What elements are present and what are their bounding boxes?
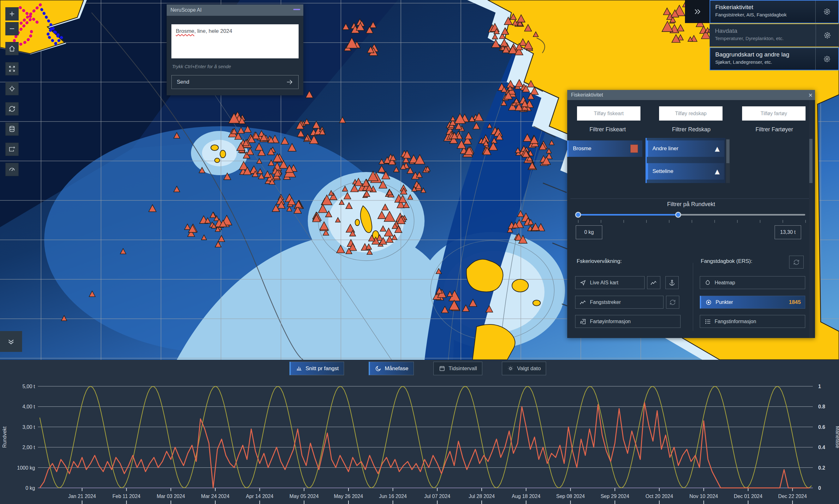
x-tick-label: Jun 16 2024 [379, 493, 407, 499]
track-lines-toggle-button[interactable] [647, 276, 660, 289]
layer-title: Baggrundskart og andre lag [715, 51, 815, 58]
add-frame-button[interactable] [5, 143, 19, 156]
y-left-tick-label: 3,00 t [22, 425, 35, 430]
send-button-label: Send [177, 79, 190, 85]
gauge-icon [8, 166, 16, 173]
weight-filter-label: Filtrer på Rundvekt [567, 201, 815, 208]
monitoring-heading: Fskeriovervåkning: [577, 258, 622, 265]
x-tick-label: Sep 29 2024 [601, 493, 629, 499]
document-search-icon [579, 318, 587, 325]
filter-species-label: Filtrer Fiskeart [573, 126, 642, 133]
plus-icon [8, 10, 16, 18]
layer-title: Havdata [715, 28, 816, 34]
layer-item-fiskeriaktivitet[interactable]: Fiskeriaktivitet Fangststreker, AIS, Fan… [710, 0, 839, 23]
y-right-axis-title: Månefase [835, 426, 839, 448]
catch-moonphase-chart[interactable]: 0 kg1000 kg2,00 t3,00 t4,00 t5,00 t00.20… [0, 360, 839, 504]
x-tick-label: Sep 08 2024 [556, 493, 585, 499]
fullscreen-icon [8, 65, 16, 73]
close-button[interactable]: × [808, 91, 813, 100]
anchor-toggle-button[interactable] [665, 276, 679, 289]
locate-button[interactable] [5, 82, 19, 95]
send-button[interactable]: Send [172, 75, 299, 89]
home-button[interactable] [5, 42, 19, 55]
heatmap-icon [704, 279, 711, 286]
fullscreen-button[interactable] [5, 62, 19, 75]
weight-range-slider[interactable] [578, 214, 805, 216]
x-tick-label: Feb 11 2024 [112, 493, 141, 499]
x-tick-label: Mar 03 2024 [157, 493, 185, 499]
weight-max-value[interactable]: 13,30 t [774, 225, 801, 239]
add-gear-input[interactable] [659, 106, 722, 121]
species-item-brosme[interactable]: Brosme [567, 141, 642, 157]
add-frame-icon [8, 145, 16, 153]
x-tick-label: Jul 28 2024 [469, 493, 495, 499]
fangststreker-button[interactable]: Fangststreker [575, 296, 663, 309]
x-tick-label: Jul 07 2024 [424, 493, 450, 499]
filter-gear-label: Filtrer Redskap [657, 126, 726, 133]
data-layers-button[interactable] [5, 123, 19, 136]
collapse-layer-list-button[interactable] [685, 0, 710, 23]
ai-prompt-text: , line, hele 2024 [194, 28, 232, 34]
add-vessel-input[interactable] [742, 106, 805, 121]
y-left-tick-label: 2,00 t [22, 445, 35, 450]
slider-ticks [578, 220, 805, 223]
x-tick-label: Dec 01 2024 [734, 493, 763, 499]
x-tick-label: Dec 22 2024 [778, 493, 807, 499]
polyline-icon [579, 299, 587, 306]
divider [693, 263, 693, 331]
logbook-refresh-button[interactable] [789, 256, 804, 269]
y-left-tick-label: 1000 kg [17, 465, 35, 471]
collapse-chart-button[interactable] [0, 331, 22, 352]
fishing-activity-panel: Fiskeriaktivitet × Filtrer Fiskeart Filt… [567, 90, 815, 338]
panel-scrollbar[interactable] [809, 100, 813, 338]
locate-icon [8, 85, 16, 92]
minimize-button[interactable] [293, 9, 300, 10]
catch-info-label: Fangstinformasjon [715, 319, 756, 324]
gear-item-setteline[interactable]: Setteline ▲ [647, 163, 724, 180]
activity-panel-header[interactable]: Fiskeriaktivitet [567, 90, 815, 100]
x-tick-label: May 05 2024 [289, 493, 319, 499]
layer-subtitle: Fangststreker, AIS, Fangstdagbok [715, 12, 815, 17]
catch-weight-line [40, 403, 809, 488]
weight-min-value[interactable]: 0 kg [576, 225, 602, 239]
layer-title: Fiskeriaktivitet [715, 4, 815, 11]
layer-item-baggrundskart[interactable]: Baggrundskart og andre lag Sjøkart, Land… [710, 47, 839, 70]
arrow-right-icon [286, 78, 293, 86]
heatmap-button[interactable]: Heatmap [700, 276, 805, 289]
zoom-in-button[interactable] [5, 7, 19, 20]
y-left-tick-label: 4,00 t [22, 404, 35, 409]
layer-settings-button[interactable] [816, 24, 839, 47]
slider-handle-min[interactable] [575, 212, 581, 218]
refresh-button[interactable] [5, 102, 19, 115]
points-button[interactable]: Punkter 1845 [700, 296, 805, 309]
moon-phase-line [40, 386, 811, 488]
x-tick-label: Oct 20 2024 [645, 493, 673, 499]
fangststreker-refresh-button[interactable] [666, 296, 679, 309]
gear-list-scrollbar[interactable] [726, 139, 730, 183]
vessel-info-button[interactable]: Fartøyinformasjon [575, 315, 681, 328]
ai-prompt-input[interactable]: Brosme, line, hele 2024 [172, 24, 299, 58]
slider-handle-max[interactable] [675, 212, 681, 218]
points-label: Punkter [716, 300, 733, 305]
y-left-axis-title: Rundvekt [2, 426, 7, 448]
points-count-badge: 1845 [789, 299, 801, 306]
gear-item-andre-liner[interactable]: Andre liner ▲ [647, 141, 724, 157]
layer-settings-button[interactable] [815, 48, 838, 70]
sync-icon [669, 299, 676, 306]
gear-label: Andre liner [653, 145, 678, 152]
ai-prompt-text-misspelled: Brosme [176, 28, 194, 34]
chart-panel: Snitt pr fangst Månefase Tidsintervall V… [0, 360, 839, 504]
layer-settings-button[interactable] [815, 1, 838, 23]
list-icon [704, 318, 711, 325]
ai-panel-header[interactable]: NeruScope AI [167, 4, 303, 16]
live-ais-button[interactable]: Live AIS kart [575, 276, 645, 289]
species-color-swatch [630, 145, 638, 153]
layer-item-havdata[interactable]: Havdata Temperaturer, Dyreplankton, etc. [710, 24, 839, 47]
add-species-input[interactable] [577, 106, 640, 121]
gauge-button[interactable] [5, 163, 19, 176]
minus-icon [8, 25, 16, 33]
zoom-out-button[interactable] [5, 22, 19, 35]
ai-assistant-panel: NeruScope AI Brosme, line, hele 2024 Try… [167, 4, 303, 95]
catch-info-button[interactable]: Fangstinformasjon [700, 315, 805, 328]
refresh-icon [8, 105, 16, 113]
